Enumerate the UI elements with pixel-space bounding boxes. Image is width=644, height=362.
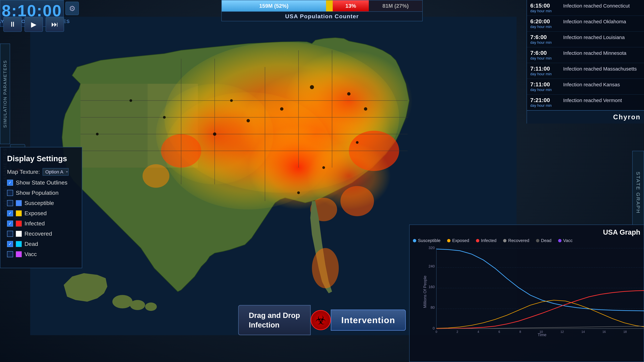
legend-label-recovered: Recovered xyxy=(508,238,529,243)
infected-label: Infected xyxy=(24,220,45,227)
event-row-1: 6:15:00 day hour min Infection reached C… xyxy=(527,0,644,16)
susceptible-bar: 159M (52%) xyxy=(222,0,326,11)
event-sub-time-7: day hour min xyxy=(530,103,560,108)
svg-point-26 xyxy=(347,92,350,95)
biohazard-glyph: ☣ xyxy=(315,313,326,327)
svg-point-33 xyxy=(130,99,132,102)
playback-controls: ⏸ ▶ ⏭ xyxy=(3,17,64,32)
svg-text:240: 240 xyxy=(428,264,435,268)
graph-svg: 0 80 160 240 320 Millions Of People Time… xyxy=(423,245,644,342)
susceptible-row: Susceptible xyxy=(7,200,75,206)
event-main-time-6: 7:11:00 xyxy=(530,81,560,88)
settings-button[interactable]: ⚙ xyxy=(66,2,79,15)
drag-drop-infection-button[interactable]: Drag and DropInfection xyxy=(238,305,310,335)
exposed-checkbox[interactable] xyxy=(7,210,13,216)
pause-button[interactable]: ⏸ xyxy=(3,17,22,32)
show-population-checkbox[interactable] xyxy=(7,190,13,196)
fast-forward-button[interactable]: ⏭ xyxy=(46,17,64,32)
svg-point-10 xyxy=(142,164,170,188)
exposed-bar xyxy=(326,0,333,11)
show-state-outlines-row[interactable]: Show State Outlines xyxy=(7,179,75,186)
show-state-outlines-checkbox[interactable] xyxy=(7,180,13,186)
dead-label: Dead xyxy=(24,241,38,247)
vacc-checkbox[interactable] xyxy=(7,251,13,257)
legend-label-vacc: Vacc xyxy=(563,238,572,243)
susceptible-checkbox[interactable] xyxy=(7,200,13,206)
event-sub-time-5: day hour min xyxy=(530,72,560,76)
event-sub-time-3: day hour min xyxy=(530,40,560,45)
svg-point-31 xyxy=(230,99,233,102)
event-desc-3: Infection reached Louisiana xyxy=(563,34,625,41)
event-desc-5: Infection reached Massachusetts xyxy=(563,65,637,72)
dead-checkbox[interactable] xyxy=(7,241,13,247)
event-row-6: 7:11:00 day hour min Infection reached K… xyxy=(527,79,644,94)
population-title: USA Population Counter xyxy=(221,12,422,21)
svg-text:6: 6 xyxy=(498,330,500,334)
event-row-4: 7:6:00 day hour min Infection reached Mi… xyxy=(527,47,644,63)
legend-dot-infected xyxy=(476,239,479,242)
event-time-2: 6:20:00 day hour min xyxy=(530,18,560,29)
event-sub-time-6: day hour min xyxy=(530,88,560,92)
vacc-swatch xyxy=(16,251,22,257)
vacc-label: Vacc xyxy=(24,251,37,257)
recovered-row: Recovered xyxy=(7,230,75,237)
timer-display: 8:10:00 xyxy=(2,3,62,19)
svg-text:4: 4 xyxy=(478,330,479,334)
map-texture-label: Map Texture: xyxy=(7,169,40,175)
event-time-1: 6:15:00 day hour min xyxy=(530,2,560,13)
event-sub-time-4: day hour min xyxy=(530,56,560,60)
legend-dot-recovered xyxy=(503,239,506,242)
biohazard-icon: ☣ xyxy=(310,310,331,330)
map-texture-select[interactable]: Option A Option B Option C xyxy=(42,168,68,176)
display-settings-title: Display Settings xyxy=(7,154,75,163)
play-button[interactable]: ▶ xyxy=(24,17,43,32)
svg-point-15 xyxy=(312,248,339,288)
infected-row: Infected xyxy=(7,220,75,227)
infected-checkbox[interactable] xyxy=(7,221,13,227)
svg-text:8: 8 xyxy=(520,330,521,334)
exposed-label: Exposed xyxy=(24,210,46,217)
simulation-parameters-label: Simulation Parameters xyxy=(2,60,8,128)
recovered-checkbox[interactable] xyxy=(7,231,13,237)
bottom-buttons: Drag and DropInfection ☣ Intervention xyxy=(238,305,406,335)
event-time-6: 7:11:00 day hour min xyxy=(530,81,560,92)
svg-text:0: 0 xyxy=(433,326,435,330)
svg-point-35 xyxy=(356,141,358,144)
show-population-row[interactable]: Show Population xyxy=(7,190,75,196)
state-graph-label: State Graph xyxy=(635,172,641,214)
state-graph-tab[interactable]: State Graph xyxy=(632,151,644,235)
legend-label-infected: Infected xyxy=(481,238,496,243)
svg-point-32 xyxy=(163,116,166,119)
event-main-time-1: 6:15:00 xyxy=(530,2,560,9)
usa-graph-title: USA Graph xyxy=(413,228,640,236)
event-row-2: 6:20:00 day hour min Infection reached O… xyxy=(527,16,644,31)
susceptible-swatch xyxy=(16,200,22,206)
svg-text:2: 2 xyxy=(456,330,458,334)
legend-exposed: Exposed xyxy=(447,238,469,243)
show-population-label: Show Population xyxy=(16,190,58,196)
exposed-row: Exposed xyxy=(7,210,75,217)
svg-text:80: 80 xyxy=(431,305,435,310)
event-time-5: 7:11:00 day hour min xyxy=(530,65,560,76)
svg-text:0: 0 xyxy=(436,330,437,334)
legend-dot-susceptible xyxy=(413,239,416,242)
event-time-7: 7:21:00 day hour min xyxy=(530,97,560,108)
dead-bar: 81M (27%) xyxy=(369,0,422,11)
population-bar: 159M (52%) 13% 81M (27%) xyxy=(221,0,422,12)
svg-point-29 xyxy=(246,119,250,122)
svg-point-36 xyxy=(322,166,325,169)
recovered-swatch xyxy=(16,231,22,237)
population-counter: 159M (52%) 13% 81M (27%) USA Population … xyxy=(221,0,422,21)
legend-infected: Infected xyxy=(476,238,496,243)
legend-label-susceptible: Susceptible xyxy=(418,238,440,243)
intervention-button[interactable]: Intervention xyxy=(331,310,406,331)
legend-recovered: Recovered xyxy=(503,238,529,243)
legend-dead: Dead xyxy=(536,238,552,243)
infected-bar: 13% xyxy=(333,0,369,11)
display-settings-panel: Display Settings Map Texture: Option A O… xyxy=(0,147,82,268)
event-desc-1: Infection reached Connecticut xyxy=(563,2,630,9)
svg-text:18: 18 xyxy=(623,330,627,334)
svg-text:14: 14 xyxy=(582,330,585,334)
map-texture-row: Map Texture: Option A Option B Option C xyxy=(7,168,75,176)
simulation-parameters-panel[interactable]: Simulation Parameters xyxy=(0,43,10,144)
